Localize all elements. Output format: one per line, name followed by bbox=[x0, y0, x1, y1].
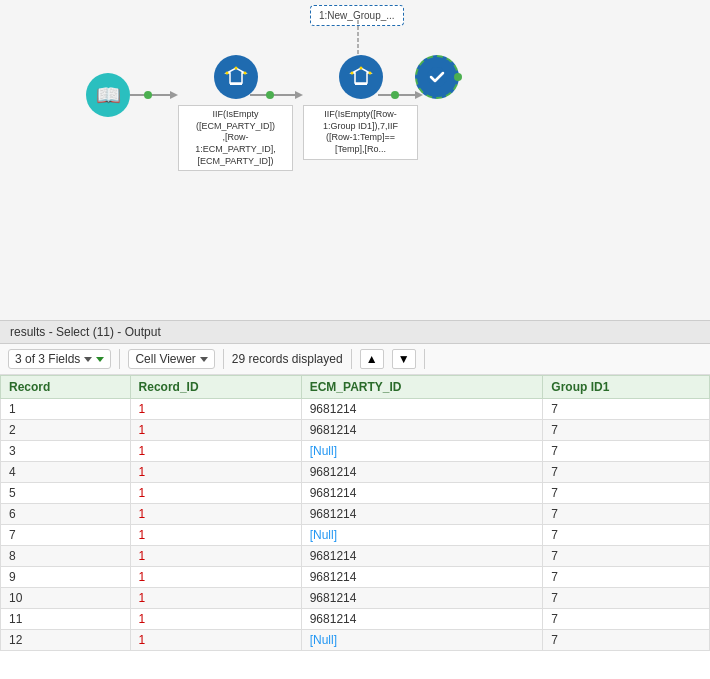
cell-group-id1: 7 bbox=[543, 483, 710, 504]
svg-point-14 bbox=[359, 67, 362, 70]
panel-header: results - Select (11) - Output bbox=[0, 321, 710, 344]
fields-label: 3 of 3 Fields bbox=[15, 352, 80, 366]
results-panel: results - Select (11) - Output 3 of 3 Fi… bbox=[0, 320, 710, 651]
nav-up-button[interactable]: ▲ bbox=[360, 349, 384, 369]
cell-group-id1: 7 bbox=[543, 630, 710, 651]
cell-ecm-party-id: 9681214 bbox=[301, 483, 543, 504]
col-group-id1: Group ID1 bbox=[543, 376, 710, 399]
cell-record-id: 1 bbox=[130, 609, 301, 630]
cell-record: 10 bbox=[1, 588, 131, 609]
cell-record-id: 1 bbox=[130, 441, 301, 462]
table-row: 5196812147 bbox=[1, 483, 710, 504]
cell-group-id1: 7 bbox=[543, 504, 710, 525]
cell-ecm-party-id: [Null] bbox=[301, 630, 543, 651]
cell-record: 6 bbox=[1, 504, 131, 525]
cell-group-id1: 7 bbox=[543, 399, 710, 420]
cell-record: 7 bbox=[1, 525, 131, 546]
cell-record: 1 bbox=[1, 399, 131, 420]
cell-ecm-party-id: 9681214 bbox=[301, 609, 543, 630]
workflow-svg bbox=[0, 0, 710, 320]
fields-green-arrow bbox=[96, 357, 104, 362]
svg-point-12 bbox=[225, 72, 228, 75]
formula-node-1: IIF(IsEmpty([ECM_PARTY_ID]),[Row-1:ECM_P… bbox=[178, 55, 293, 171]
table-row: 1196812147 bbox=[1, 399, 710, 420]
cell-group-id1: 7 bbox=[543, 609, 710, 630]
cell-viewer-label: Cell Viewer bbox=[135, 352, 195, 366]
formula-node-2: IIF(IsEmpty([Row-1:Group ID1]),7,IIF([Ro… bbox=[303, 55, 418, 160]
col-record: Record bbox=[1, 376, 131, 399]
cell-ecm-party-id: 9681214 bbox=[301, 567, 543, 588]
cell-record-id: 1 bbox=[130, 399, 301, 420]
cell-record: 9 bbox=[1, 567, 131, 588]
cell-record-id: 1 bbox=[130, 420, 301, 441]
cell-group-id1: 7 bbox=[543, 546, 710, 567]
table-row: 8196812147 bbox=[1, 546, 710, 567]
cell-record-id: 1 bbox=[130, 462, 301, 483]
table-header-row: Record Record_ID ECM_PARTY_ID Group ID1 bbox=[1, 376, 710, 399]
cell-ecm-party-id: [Null] bbox=[301, 441, 543, 462]
col-ecm-party-id: ECM_PARTY_ID bbox=[301, 376, 543, 399]
cell-record-id: 1 bbox=[130, 630, 301, 651]
cell-record: 11 bbox=[1, 609, 131, 630]
fields-button[interactable]: 3 of 3 Fields bbox=[8, 349, 111, 369]
table-row: 9196812147 bbox=[1, 567, 710, 588]
toolbar-divider-2 bbox=[223, 349, 224, 369]
cell-group-id1: 7 bbox=[543, 525, 710, 546]
cell-viewer-button[interactable]: Cell Viewer bbox=[128, 349, 214, 369]
cell-ecm-party-id: 9681214 bbox=[301, 588, 543, 609]
cell-group-id1: 7 bbox=[543, 588, 710, 609]
cell-group-id1: 7 bbox=[543, 462, 710, 483]
toolbar-divider-3 bbox=[351, 349, 352, 369]
toolbar: 3 of 3 Fields Cell Viewer 29 records dis… bbox=[0, 344, 710, 375]
cell-record: 2 bbox=[1, 420, 131, 441]
panel-header-text: esults - Select (11) - Output bbox=[14, 325, 161, 339]
nav-up-icon: ▲ bbox=[366, 352, 378, 366]
table-row: 71[Null]7 bbox=[1, 525, 710, 546]
cell-record: 4 bbox=[1, 462, 131, 483]
table-row: 10196812147 bbox=[1, 588, 710, 609]
cell-ecm-party-id: 9681214 bbox=[301, 546, 543, 567]
svg-point-15 bbox=[350, 72, 353, 75]
nav-down-icon: ▼ bbox=[398, 352, 410, 366]
table-row: 2196812147 bbox=[1, 420, 710, 441]
svg-point-2 bbox=[144, 91, 152, 99]
cell-group-id1: 7 bbox=[543, 441, 710, 462]
records-count: 29 records displayed bbox=[232, 352, 343, 366]
cell-record-id: 1 bbox=[130, 483, 301, 504]
svg-marker-4 bbox=[295, 91, 303, 99]
cell-ecm-party-id: 9681214 bbox=[301, 399, 543, 420]
table-row: 4196812147 bbox=[1, 462, 710, 483]
cell-record-id: 1 bbox=[130, 525, 301, 546]
cell-ecm-party-id: 9681214 bbox=[301, 420, 543, 441]
svg-point-13 bbox=[243, 72, 246, 75]
cell-record-id: 1 bbox=[130, 567, 301, 588]
cell-group-id1: 7 bbox=[543, 567, 710, 588]
svg-marker-1 bbox=[170, 91, 178, 99]
book-node: 📖 bbox=[86, 73, 130, 117]
cell-ecm-party-id: 9681214 bbox=[301, 504, 543, 525]
cell-ecm-party-id: 9681214 bbox=[301, 462, 543, 483]
cell-record: 3 bbox=[1, 441, 131, 462]
table-row: 11196812147 bbox=[1, 609, 710, 630]
data-table: Record Record_ID ECM_PARTY_ID Group ID1 … bbox=[0, 375, 710, 651]
nav-down-button[interactable]: ▼ bbox=[392, 349, 416, 369]
select-node bbox=[415, 55, 459, 99]
workflow-canvas: 1:New_Group_... 📖 bbox=[0, 0, 710, 320]
cell-record: 5 bbox=[1, 483, 131, 504]
cell-ecm-party-id: [Null] bbox=[301, 525, 543, 546]
cell-record-id: 1 bbox=[130, 504, 301, 525]
cell-record-id: 1 bbox=[130, 588, 301, 609]
cell-group-id1: 7 bbox=[543, 420, 710, 441]
table-row: 31[Null]7 bbox=[1, 441, 710, 462]
toolbar-divider-4 bbox=[424, 349, 425, 369]
cell-record: 12 bbox=[1, 630, 131, 651]
table-row: 121[Null]7 bbox=[1, 630, 710, 651]
table-body: 1196812147219681214731[Null]741968121475… bbox=[1, 399, 710, 651]
cell-record: 8 bbox=[1, 546, 131, 567]
formula-node-2-label: IIF(IsEmpty([Row-1:Group ID1]),7,IIF([Ro… bbox=[303, 105, 418, 160]
table-row: 6196812147 bbox=[1, 504, 710, 525]
cell-record-id: 1 bbox=[130, 546, 301, 567]
data-table-wrapper: Record Record_ID ECM_PARTY_ID Group ID1 … bbox=[0, 375, 710, 651]
svg-point-11 bbox=[234, 67, 237, 70]
svg-point-16 bbox=[368, 72, 371, 75]
